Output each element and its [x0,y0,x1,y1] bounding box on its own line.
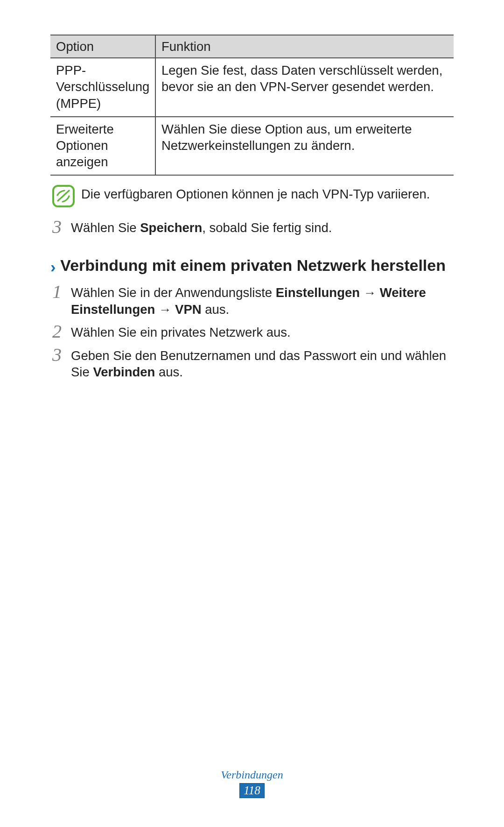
cell-function: Legen Sie fest, dass Daten verschlüsselt… [155,58,454,117]
chevron-right-icon: › [50,258,56,276]
text-bold: VPN [175,302,202,317]
table-header-function: Funktion [155,35,454,58]
arrow-text: → [155,302,175,317]
note-block: Die verfügbaren Optionen können je nach … [50,185,454,207]
step-item: 1 Wählen Sie in der Anwendungsliste Eins… [50,284,454,317]
text-fragment: Wählen Sie [71,220,140,235]
step-body: Geben Sie den Benutzernamen und das Pass… [71,347,454,380]
footer-section-label: Verbindungen [0,769,504,781]
step-body: Wählen Sie in der Anwendungsliste Einste… [71,284,454,317]
manual-page: Option Funktion PPP-Verschlüsselung (MPP… [0,0,504,827]
text-bold: Einstellungen [276,285,360,300]
step-item: 3 Geben Sie den Benutzernamen und das Pa… [50,347,454,380]
table-header-row: Option Funktion [50,35,454,58]
text-fragment: , sobald Sie fertig sind. [202,220,332,235]
text-fragment: aus. [202,302,230,317]
step-item: 3 Wählen Sie Speichern, sobald Sie ferti… [50,219,454,236]
note-text: Die verfügbaren Optionen können je nach … [81,185,430,202]
table-header-option: Option [50,35,155,58]
step-number: 3 [50,218,63,236]
step-number: 3 [50,346,63,364]
page-number: 118 [239,783,265,798]
step-item: 2 Wählen Sie ein privates Netzwerk aus. [50,324,454,341]
step-body: Wählen Sie Speichern, sobald Sie fertig … [71,219,332,236]
step-number: 1 [50,283,63,301]
cell-function: Wählen Sie diese Option aus, um erweiter… [155,117,454,176]
table-row: Erweiterte Optionen anzeigen Wählen Sie … [50,117,454,176]
page-footer: Verbindungen 118 [0,769,504,798]
options-table: Option Funktion PPP-Verschlüsselung (MPP… [50,35,454,176]
section-title: Verbindung mit einem privaten Netzwerk h… [60,256,446,275]
text-bold: Verbinden [93,365,155,379]
cell-option: Erweiterte Optionen anzeigen [50,117,155,176]
cell-option: PPP-Verschlüsselung (MPPE) [50,58,155,117]
arrow-text: → [360,285,380,300]
note-icon [52,185,75,207]
text-fragment: Wählen Sie in der Anwendungsliste [71,285,276,300]
text-bold: Speichern [140,220,202,235]
table-row: PPP-Verschlüsselung (MPPE) Legen Sie fes… [50,58,454,117]
text-fragment: aus. [155,365,183,379]
step-number: 2 [50,322,63,341]
section-heading: › Verbindung mit einem privaten Netzwerk… [50,256,454,276]
step-body: Wählen Sie ein privates Netzwerk aus. [71,324,291,340]
